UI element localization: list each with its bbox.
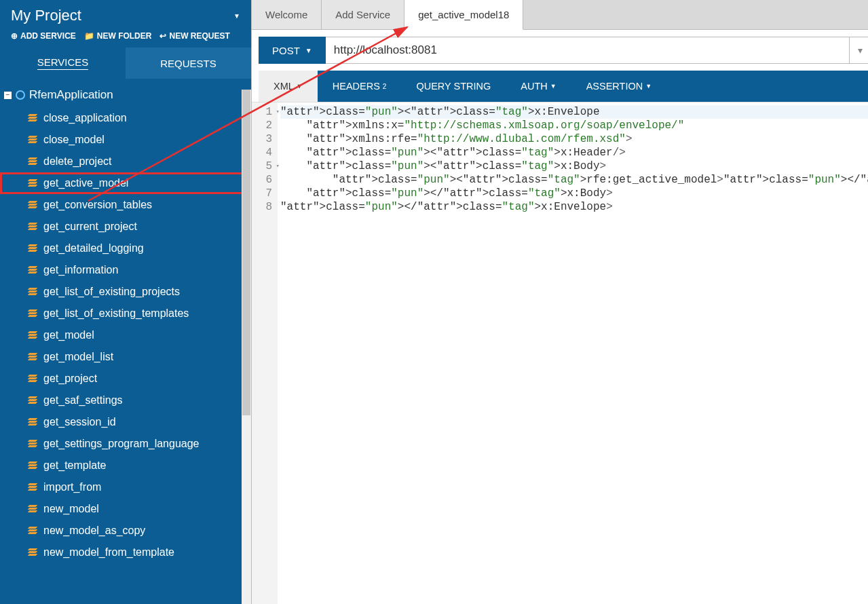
tree-item-label: import_from — [43, 481, 101, 493]
tree-item[interactable]: delete_project — [0, 151, 251, 172]
tree-item[interactable]: import_from — [0, 476, 251, 498]
tab-welcome[interactable]: Welcome — [252, 0, 322, 29]
layer-icon — [29, 114, 37, 122]
layer-icon — [29, 331, 37, 339]
tree-item[interactable]: get_project — [0, 368, 251, 390]
tree-item-label: get_detailed_logging — [43, 242, 144, 254]
tree-item[interactable]: get_session_id — [0, 411, 251, 433]
tree-item[interactable]: get_template — [0, 455, 251, 476]
service-tree: − RfemApplication close_applicationclose… — [0, 79, 251, 604]
tab-services[interactable]: SERVICES — [0, 48, 126, 79]
layer-icon — [29, 548, 37, 556]
tree-item-label: get_model_list — [43, 351, 113, 363]
chevron-down-icon: ▼ — [297, 83, 303, 90]
tree-item[interactable]: close_model — [0, 129, 251, 151]
layer-icon — [29, 157, 37, 166]
tree-item-label: get_model — [43, 329, 94, 341]
request-icon: ↩ — [159, 31, 166, 41]
tree-item[interactable]: new_model_from_template — [0, 542, 251, 563]
topbar: Welcome Add Service get_active_model18 ⟳… — [252, 0, 868, 30]
tree-item-label: close_application — [43, 112, 127, 124]
editor-gutter: 12345678 — [252, 102, 278, 604]
tree-item-label: close_model — [43, 134, 105, 146]
tree-item[interactable]: get_detailed_logging — [0, 238, 251, 259]
tree-item[interactable]: get_model — [0, 324, 251, 346]
tree-item[interactable]: get_conversion_tables — [0, 194, 251, 216]
url-input[interactable] — [326, 37, 850, 64]
tree-item-label: delete_project — [43, 155, 112, 168]
tree-item-label: new_model_from_template — [43, 546, 174, 559]
tree-item-label: new_model — [43, 503, 99, 515]
subtab-query[interactable]: QUERY STRING — [401, 71, 506, 102]
tree-item-label: get_template — [43, 459, 107, 472]
tree-item[interactable]: new_model_as_copy — [0, 520, 251, 542]
tab-active-request[interactable]: get_active_model18 — [404, 0, 523, 30]
tree-item-label: get_session_id — [43, 416, 116, 428]
tree-scrollbar[interactable] — [242, 90, 251, 604]
tree-item[interactable]: get_information — [0, 259, 251, 281]
method-select[interactable]: POST ▼ — [259, 37, 326, 64]
url-history-caret[interactable]: ▾ — [850, 37, 868, 64]
project-menu-caret-icon[interactable]: ▼ — [233, 12, 240, 20]
tree-item[interactable]: get_model_list — [0, 346, 251, 368]
method-label: POST — [272, 45, 300, 56]
layer-icon — [29, 483, 37, 491]
layer-icon — [29, 201, 37, 209]
layer-icon — [29, 179, 37, 187]
subtab-xml[interactable]: XML ▼ — [259, 71, 318, 102]
headers-count-badge: 2 — [383, 83, 387, 90]
new-request-label: NEW REQUEST — [169, 31, 229, 41]
layer-icon — [29, 223, 37, 231]
new-folder-button[interactable]: 📁 NEW FOLDER — [84, 31, 152, 41]
main-area: Welcome Add Service get_active_model18 ⟳… — [251, 0, 868, 604]
tree-item[interactable]: get_active_model — [0, 172, 251, 194]
chevron-down-icon: ▼ — [550, 83, 556, 90]
layer-icon — [29, 266, 37, 274]
new-folder-label: NEW FOLDER — [97, 31, 152, 41]
add-service-label: ADD SERVICE — [20, 31, 76, 41]
subtab-headers[interactable]: HEADERS2 — [318, 71, 402, 102]
tree-item-label: get_list_of_existing_projects — [43, 286, 180, 298]
collapse-icon[interactable]: − — [4, 92, 12, 99]
tab-add-service[interactable]: Add Service — [322, 0, 404, 29]
code-editor[interactable]: 12345678 "attr">class="pun"><"attr">clas… — [252, 102, 868, 604]
chevron-down-icon: ▼ — [645, 83, 652, 90]
folder-icon: 📁 — [84, 31, 94, 41]
request-subtabs: XML ▼ HEADERS2 QUERY STRING AUTH ▼ ASSER… — [259, 71, 868, 102]
editor-content[interactable]: "attr">class="pun"><"attr">class="tag">x… — [278, 102, 868, 604]
chevron-down-icon: ▼ — [305, 47, 312, 54]
subtab-assertion[interactable]: ASSERTION ▼ — [571, 71, 666, 102]
layer-icon — [29, 288, 37, 296]
tree-item[interactable]: get_list_of_existing_projects — [0, 281, 251, 303]
subtab-auth[interactable]: AUTH ▼ — [506, 71, 571, 102]
layer-icon — [29, 527, 37, 535]
tree-item[interactable]: get_settings_program_language — [0, 433, 251, 455]
tree-item-label: get_project — [43, 373, 97, 385]
layer-icon — [29, 375, 37, 383]
new-request-button[interactable]: ↩ NEW REQUEST — [159, 31, 229, 41]
tree-item[interactable]: close_application — [0, 107, 251, 129]
tree-item-label: get_settings_program_language — [43, 438, 200, 450]
sidebar: My Project ▼ ⊕ ADD SERVICE 📁 NEW FOLDER … — [0, 0, 251, 604]
tree-scrollbar-thumb[interactable] — [242, 90, 250, 415]
tree-root[interactable]: − RfemApplication — [0, 83, 251, 107]
layer-icon — [29, 353, 37, 361]
tree-item[interactable]: new_model — [0, 498, 251, 520]
plus-circle-icon: ⊕ — [11, 31, 18, 41]
layer-icon — [29, 136, 37, 144]
tree-item-label: new_model_as_copy — [43, 525, 145, 537]
tree-item[interactable]: get_saf_settings — [0, 390, 251, 411]
add-service-button[interactable]: ⊕ ADD SERVICE — [11, 31, 76, 41]
tree-item-label: get_active_model — [43, 177, 128, 189]
tree-item-label: get_conversion_tables — [43, 199, 152, 211]
tree-item[interactable]: get_list_of_existing_templates — [0, 303, 251, 324]
project-title[interactable]: My Project — [11, 7, 81, 24]
tree-item-label: get_saf_settings — [43, 394, 123, 407]
tab-requests[interactable]: REQUESTS — [126, 48, 251, 79]
layer-icon — [29, 461, 37, 470]
layer-icon — [29, 309, 37, 318]
tree-item[interactable]: get_current_project — [0, 216, 251, 238]
globe-icon — [16, 90, 25, 100]
layer-icon — [29, 440, 37, 448]
tree-root-label: RfemApplication — [29, 88, 113, 102]
